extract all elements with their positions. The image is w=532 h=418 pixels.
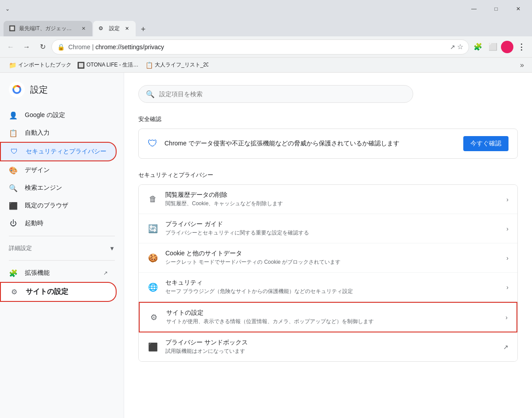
close-button[interactable]: ✕ (508, 2, 528, 16)
tab-2-label: 設定 (109, 25, 120, 32)
bookmark-2-favicon: 🔲 (77, 62, 85, 69)
safety-check-section-title: 安全確認 (138, 115, 518, 123)
maximize-button[interactable]: □ (486, 2, 506, 16)
security-item-arrow-icon: › (506, 284, 509, 291)
bookmarks-more-button[interactable]: » (517, 59, 527, 71)
address-bar-row: ← → ↻ 🔒 Chrome | chrome://settings/priva… (0, 36, 532, 58)
safety-check-description: Chrome でデータ侵害や不正な拡張機能などの脅威から保護されているか確認しま… (164, 140, 456, 148)
sidebar-item-search-engine-label: 検索エンジン (25, 184, 62, 192)
site-settings-title: サイトの設定 (166, 309, 498, 317)
sidebar-advanced-arrow-icon: ▼ (109, 245, 115, 252)
tab-1-label: 最先端IT、ガジェット情報からアナロ… (19, 25, 77, 32)
settings-item-browsing-history[interactable]: 🗑 閲覧履歴データの削除 閲覧履歴、Cookie、キャッシュなどを削除します › (139, 185, 517, 214)
share-icon[interactable]: ↗ (450, 43, 455, 51)
sidebar-divider-2 (9, 260, 115, 261)
sidebar-divider-1 (9, 236, 115, 236)
sidebar-item-default-browser-label: 既定のブラウザ (25, 202, 68, 210)
search-icon: 🔍 (146, 90, 155, 98)
new-tab-button[interactable]: + (137, 23, 150, 35)
minimize-button[interactable]: — (464, 2, 484, 16)
profile-button[interactable] (501, 41, 513, 53)
safety-check-card: 🛡 Chrome でデータ侵害や不正な拡張機能などの脅威から保護されているか確認… (138, 129, 518, 159)
tab-bar-collapse-icon[interactable]: ⌄ (4, 4, 12, 14)
more-menu-btn[interactable]: ⋮ (514, 40, 528, 54)
settings-search-bar[interactable]: 🔍 (138, 85, 413, 103)
address-icons: ↗ ☆ (450, 43, 463, 51)
privacy-guide-title: プライバシー ガイド (165, 220, 499, 228)
address-bar[interactable]: 🔒 Chrome | chrome://settings/privacy ↗ ☆ (51, 39, 469, 55)
privacy-sandbox-ext-icon: ↗ (503, 344, 509, 351)
extensions-external-icon: ↗ (103, 270, 108, 276)
tab-1[interactable]: 🔲 最先端IT、ガジェット情報からアナロ… ✕ (4, 21, 92, 36)
svg-point-2 (14, 87, 20, 92)
tab-bar: 🔲 最先端IT、ガジェット情報からアナロ… ✕ ⚙ 設定 ✕ + (0, 18, 532, 36)
privacy-sandbox-icon: ⬛ (148, 342, 158, 352)
sidebar-item-security-privacy-label: セキュリティとプライバシー (26, 148, 106, 156)
sidebar-advanced-section[interactable]: 詳細設定 ▼ (0, 240, 124, 257)
settings-item-site-settings[interactable]: ⚙ サイトの設定 サイトが使用、表示できる情報（位置情報、カメラ、ポップアップな… (139, 302, 517, 332)
reload-button[interactable]: ↻ (35, 40, 50, 54)
sidebar-item-site-settings[interactable]: ⚙ サイトの設定 (0, 282, 117, 302)
privacy-sandbox-text: プライバシー サンドボックス 試用版機能はオンになっています (165, 339, 496, 355)
sidebar: 設定 👤 Google の設定 📋 自動入力 🛡 セキュリティとプライバシー 🎨… (0, 73, 124, 418)
sidebar-item-search-engine[interactable]: 🔍 検索エンジン (0, 179, 117, 197)
window-titlebar: ⌄ — □ ✕ (0, 0, 532, 18)
forward-button[interactable]: → (20, 40, 34, 54)
site-settings-arrow-icon: › (505, 314, 508, 321)
site-settings-sidebar-icon: ⚙ (10, 288, 19, 297)
safety-check-shield-icon: 🛡 (148, 138, 157, 149)
sidebar-item-security-privacy[interactable]: 🛡 セキュリティとプライバシー (0, 142, 117, 161)
privacy-guide-text: プライバシー ガイド プライバシーとセキュリティに関する重要な設定を確認する (165, 220, 499, 237)
browsing-history-subtitle: 閲覧履歴、Cookie、キャッシュなどを削除します (165, 200, 499, 207)
cookies-title: Cookie と他のサイトデータ (165, 250, 499, 258)
bookmark-1[interactable]: 📁 インポートしたブックマー… (5, 59, 72, 70)
cookies-icon: 🍪 (148, 253, 158, 263)
bookmark-3-favicon: 📋 (145, 62, 153, 69)
security-item-subtitle: セーフ ブラウジング（危険なサイトからの保護機能）などのセキュリティ設定 (165, 288, 499, 295)
settings-item-security[interactable]: 🌐 セキュリティ セーフ ブラウジング（危険なサイトからの保護機能）などのセキュ… (139, 273, 517, 302)
sidebar-item-google-settings-label: Google の設定 (25, 111, 65, 119)
tab-1-close[interactable]: ✕ (80, 25, 87, 32)
sidebar-item-google-settings[interactable]: 👤 Google の設定 (0, 106, 117, 124)
security-privacy-icon: 🛡 (10, 147, 19, 156)
sidebar-item-autofill[interactable]: 📋 自動入力 (0, 124, 117, 142)
on-startup-icon: ⏻ (9, 219, 18, 228)
sidebar-item-extensions[interactable]: 🧩 拡張機能 ↗ (0, 264, 117, 282)
bookmarks-bar: 📁 インポートしたブックマー… 🔲 OTONA LIFE - 生活… 📋 大人ラ… (0, 58, 532, 73)
main-layout: 設定 👤 Google の設定 📋 自動入力 🛡 セキュリティとプライバシー 🎨… (0, 73, 532, 418)
settings-page-title: 設定 (30, 84, 48, 96)
settings-list: 🗑 閲覧履歴データの削除 閲覧履歴、Cookie、キャッシュなどを削除します ›… (138, 184, 518, 362)
bookmark-3[interactable]: 📋 大人ライフ_リスト_202… (142, 59, 208, 70)
sidebar-item-extensions-label: 拡張機能 (25, 269, 50, 277)
tab-2[interactable]: ⚙ 設定 ✕ (93, 21, 136, 36)
bookmark-2[interactable]: 🔲 OTONA LIFE - 生活… (74, 59, 140, 70)
settings-search-input[interactable] (159, 90, 406, 98)
browsing-history-icon: 🗑 (148, 194, 158, 205)
sidebar-item-design[interactable]: 🎨 デザイン (0, 161, 117, 179)
safety-check-button[interactable]: 今すぐ確認 (463, 136, 509, 151)
cookies-subtitle: シークレット モードでサードパーティの Cookie がブロックされています (165, 258, 499, 266)
settings-header: 設定 (0, 82, 124, 106)
back-button[interactable]: ← (4, 40, 18, 54)
sidebar-advanced-label: 詳細設定 (9, 244, 32, 252)
site-settings-icon: ⚙ (149, 312, 159, 323)
tab-2-favicon: ⚙ (98, 25, 106, 32)
window-controls: — □ ✕ (464, 2, 528, 16)
settings-item-privacy-guide[interactable]: 🔄 プライバシー ガイド プライバシーとセキュリティに関する重要な設定を確認する… (139, 214, 517, 243)
split-view-btn[interactable]: ⬜ (486, 40, 500, 54)
design-icon: 🎨 (9, 166, 18, 175)
sidebar-item-default-browser[interactable]: ⬛ 既定のブラウザ (0, 197, 117, 215)
privacy-sandbox-title: プライバシー サンドボックス (165, 339, 496, 347)
sidebar-item-on-startup[interactable]: ⏻ 起動時 (0, 215, 117, 232)
privacy-section-title: セキュリティとプライバシー (138, 171, 518, 179)
sidebar-item-autofill-label: 自動入力 (25, 129, 50, 137)
bookmark-star-icon[interactable]: ☆ (457, 43, 463, 51)
tab-2-close[interactable]: ✕ (123, 25, 130, 32)
bookmark-1-favicon: 📁 (9, 62, 16, 69)
privacy-guide-arrow-icon: › (506, 225, 509, 232)
settings-item-cookies[interactable]: 🍪 Cookie と他のサイトデータ シークレット モードでサードパーティの C… (139, 243, 517, 273)
extensions-icon-btn[interactable]: 🧩 (471, 40, 485, 54)
settings-item-privacy-sandbox[interactable]: ⬛ プライバシー サンドボックス 試用版機能はオンになっています ↗ (139, 332, 517, 361)
address-text: Chrome | chrome://settings/privacy (68, 43, 446, 51)
site-settings-text: サイトの設定 サイトが使用、表示できる情報（位置情報、カメラ、ポップアップなど）… (166, 309, 498, 325)
